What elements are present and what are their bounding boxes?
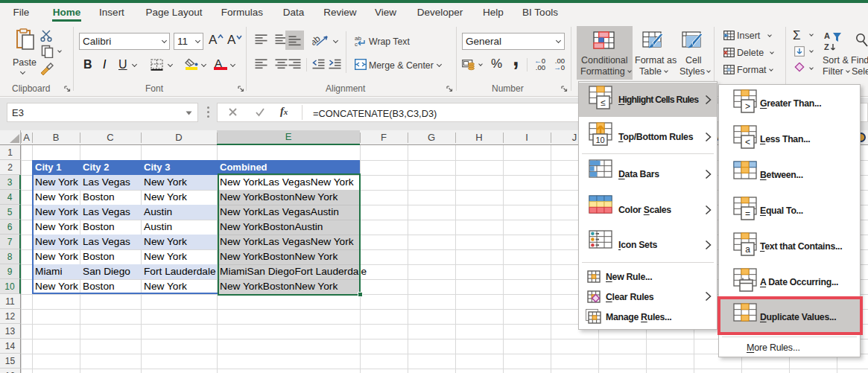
svg-text:a: a bbox=[745, 244, 750, 255]
svg-text:c: c bbox=[355, 41, 358, 46]
svg-text:Z: Z bbox=[824, 42, 829, 51]
svg-text:A: A bbox=[824, 31, 830, 40]
svg-text:>: > bbox=[745, 101, 750, 112]
svg-text:=: = bbox=[745, 208, 750, 219]
svg-text:<: < bbox=[745, 137, 750, 147]
svg-text:10: 10 bbox=[595, 136, 604, 144]
svg-text:≤: ≤ bbox=[601, 98, 606, 108]
